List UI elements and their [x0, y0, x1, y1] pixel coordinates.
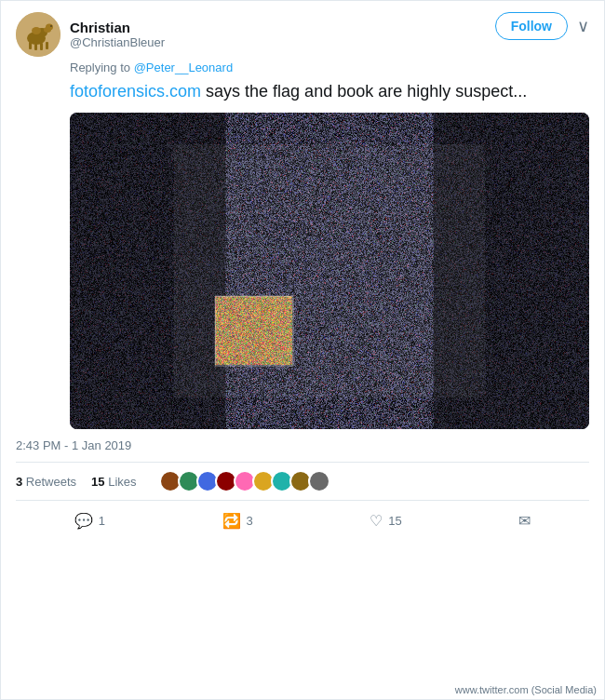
retweet-icon: 🔁 [222, 512, 241, 530]
tweet-header: Christian @ChristianBleuer Follow ∨ [16, 12, 589, 57]
tweet-link[interactable]: fotoforensics.com [70, 82, 201, 101]
svg-rect-4 [29, 42, 32, 49]
chevron-down-icon[interactable]: ∨ [577, 16, 589, 36]
retweet-action-count: 3 [247, 514, 253, 528]
tweet-image[interactable] [70, 113, 589, 429]
mail-icon: ✉ [518, 512, 531, 530]
reply-action[interactable]: 💬 1 [74, 512, 105, 530]
reply-to: Replying to @Peter__Leonard [70, 61, 589, 74]
display-name: Christian [70, 20, 165, 35]
liker-avatar-9 [308, 470, 330, 492]
like-action[interactable]: ♡ 15 [370, 512, 401, 530]
reply-icon: 💬 [74, 512, 93, 530]
avatar[interactable] [16, 12, 60, 57]
svg-rect-6 [40, 43, 43, 50]
likes-stat: 15 Likes [91, 475, 136, 489]
tweet-stats-bar: 3 Retweets 15 Likes [16, 462, 589, 501]
like-icon: ♡ [370, 512, 383, 530]
user-info: Christian @ChristianBleuer [70, 20, 165, 49]
username[interactable]: @ChristianBleuer [70, 35, 165, 49]
like-action-count: 15 [388, 514, 401, 528]
mail-action[interactable]: ✉ [518, 512, 531, 530]
tweet-text: fotoforensics.com says the flag and book… [70, 80, 589, 103]
likers-avatar-group [159, 470, 330, 492]
action-bar: 💬 1 🔁 3 ♡ 15 ✉ [16, 508, 589, 533]
tweet-timestamp: 2:43 PM - 1 Jan 2019 [16, 438, 589, 452]
retweets-stat: 3 Retweets [16, 475, 76, 489]
svg-rect-7 [46, 42, 48, 49]
watermark: www.twitter.com (Social Media) [455, 684, 597, 695]
svg-point-8 [32, 27, 41, 34]
svg-rect-5 [34, 44, 37, 50]
reply-to-user-link[interactable]: @Peter__Leonard [134, 61, 233, 74]
header-right: Follow ∨ [495, 12, 589, 40]
svg-point-9 [46, 24, 53, 31]
retweet-action[interactable]: 🔁 3 [222, 512, 253, 530]
follow-button[interactable]: Follow [495, 12, 568, 40]
reply-count: 1 [99, 514, 105, 528]
tweet-body: fotoforensics.com says the flag and book… [70, 80, 589, 429]
tweet-header-left: Christian @ChristianBleuer [16, 12, 165, 57]
tweet-card: Christian @ChristianBleuer Follow ∨ Repl… [0, 0, 605, 700]
svg-point-10 [50, 25, 52, 27]
forensic-image-canvas [70, 113, 589, 429]
